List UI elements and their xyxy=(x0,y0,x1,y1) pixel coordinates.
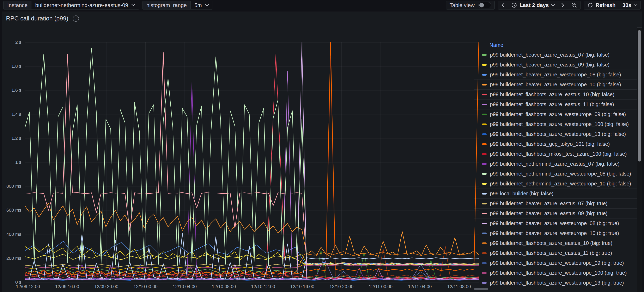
legend-label: p99 buildernet_beaver_azure_westeurope_1… xyxy=(490,230,619,236)
toggle-knob xyxy=(480,3,484,7)
zoom-out-button[interactable] xyxy=(568,1,580,9)
x-axis-tick-label: 12/11 00:00 xyxy=(363,284,398,289)
legend-swatch-icon xyxy=(482,94,486,95)
legend-header-name[interactable]: Name xyxy=(474,40,637,50)
time-shift-back-button[interactable] xyxy=(498,1,508,9)
legend-item[interactable]: p99 buildernet_nethermind_azure_westeuro… xyxy=(474,169,637,179)
refresh-interval-value: 30s xyxy=(622,2,632,8)
series-line xyxy=(24,42,479,275)
legend-swatch-icon xyxy=(482,282,486,284)
chevron-left-icon xyxy=(502,3,504,7)
legend-item[interactable]: p99 buildernet_flashbots_mkosi_test_azur… xyxy=(474,149,637,159)
legend-item[interactable]: p99 buildernet_flashbots_azure_westeurop… xyxy=(474,268,637,278)
legend-label: p99 buildernet_flashbots_azure_westeurop… xyxy=(490,131,626,137)
legend-label: p99 buildernet_nethermind_azure_westeuro… xyxy=(490,181,631,187)
legend-item[interactable]: p99 buildernet_beaver_azure_westeurope_1… xyxy=(474,228,637,238)
refresh-group: Refresh 30s xyxy=(584,1,641,9)
legend-label: p99 buildernet_nethermind_azure_eastus_0… xyxy=(490,161,620,167)
legend-item[interactable]: p99 buildernet_beaver_azure_westeurope_0… xyxy=(474,218,637,228)
legend-swatch-icon xyxy=(482,74,486,76)
legend-item[interactable]: p99 buildernet_beaver_azure_eastus_09 (b… xyxy=(474,208,637,218)
legend-item[interactable]: p99 buildernet_beaver_azure_westeurope_0… xyxy=(474,70,637,80)
legend-swatch-icon xyxy=(482,143,486,145)
legend-label: p99 buildernet_flashbots_azure_eastus_11… xyxy=(490,101,614,107)
legend-item[interactable]: p99 buildernet_flashbots_azure_westeurop… xyxy=(474,119,637,129)
info-icon[interactable]: i xyxy=(73,15,79,22)
panel-header[interactable]: RPC call duration (p99) i xyxy=(6,15,79,22)
legend-label: p99 buildernet_beaver_azure_westeurope_0… xyxy=(490,220,619,226)
legend-horizontal-scrollbar-thumb[interactable] xyxy=(474,288,488,290)
chevron-down-icon xyxy=(205,4,209,6)
y-axis-tick-label: 200 ms xyxy=(2,256,21,261)
legend-swatch-icon xyxy=(482,104,486,105)
legend-label: p99 buildernet_flashbots_azure_westeurop… xyxy=(490,111,626,117)
legend-swatch-icon xyxy=(482,272,486,274)
legend-label: p99 buildernet_flashbots_azure_eastus_10… xyxy=(490,240,612,246)
legend-swatch-icon xyxy=(482,54,486,56)
legend-item[interactable]: p99 buildernet_beaver_azure_westeurope_1… xyxy=(474,80,637,89)
legend-label: p99 buildernet_beaver_azure_westeurope_1… xyxy=(490,82,621,88)
y-axis-tick-label: 1 s xyxy=(2,160,21,165)
instance-select[interactable]: buildernet-nethermind-azure-eastus-09 xyxy=(32,1,139,9)
x-axis-tick-label: 12/10 00:00 xyxy=(128,284,163,289)
legend-item[interactable]: p99 buildernet_nethermind_azure_eastus_0… xyxy=(474,159,637,169)
chevron-right-icon xyxy=(562,3,564,7)
legend-item[interactable]: p99 buildernet_flashbots_azure_westeurop… xyxy=(474,129,637,139)
legend-item[interactable]: p99 buildernet_beaver_azure_eastus_09 (b… xyxy=(474,60,637,70)
legend-swatch-icon xyxy=(482,173,486,175)
table-view-segment: Table view xyxy=(446,1,494,9)
legend-item[interactable]: p99 buildernet_flashbots_gcp_tokyo_101 (… xyxy=(474,139,637,149)
legend-label: p99 buildernet_beaver_azure_eastus_07 (b… xyxy=(490,200,608,206)
series-line xyxy=(24,203,479,257)
histogram-range-select[interactable]: 5m xyxy=(191,1,212,9)
legend-item[interactable]: p99 buildernet_beaver_azure_eastus_07 (b… xyxy=(474,50,637,60)
legend-item[interactable]: p99 buildernet_flashbots_azure_eastus_11… xyxy=(474,99,637,109)
time-range-value: Last 2 days xyxy=(520,2,549,8)
legend-item[interactable]: p99 buildernet_flashbots_azure_westeurop… xyxy=(474,258,637,268)
time-shift-forward-button[interactable] xyxy=(558,1,568,9)
legend-label: p99 buildernet_beaver_azure_westeurope_0… xyxy=(490,72,621,78)
series-line xyxy=(24,42,479,280)
legend-swatch-icon xyxy=(482,203,486,204)
legend-rows: p99 buildernet_beaver_azure_eastus_07 (b… xyxy=(474,50,637,288)
legend-label: p99 buildernet_flashbots_azure_westeurop… xyxy=(490,260,624,266)
zoom-out-icon xyxy=(571,2,577,8)
panel-title: RPC call duration (p99) xyxy=(6,15,68,22)
legend-item[interactable]: p99 local-builder (big: false) xyxy=(474,188,637,198)
x-axis-tick-label: 12/10 20:00 xyxy=(324,284,359,289)
refresh-button[interactable]: Refresh xyxy=(584,1,619,9)
histogram-range-value: 5m xyxy=(194,2,202,8)
legend-item[interactable]: p99 buildernet_flashbots_azure_eastus_11… xyxy=(474,248,637,258)
legend-label: p99 local-builder (big: false) xyxy=(490,191,554,197)
table-view-label: Table view xyxy=(450,2,474,8)
legend-item[interactable]: p99 buildernet_beaver_azure_eastus_07 (b… xyxy=(474,198,637,208)
refresh-interval-select[interactable]: 30s xyxy=(619,1,640,9)
legend-swatch-icon xyxy=(482,242,486,244)
series-line xyxy=(24,81,479,280)
legend-swatch-icon xyxy=(482,153,486,155)
y-axis-tick-label: 1.2 s xyxy=(2,136,21,141)
chevron-down-icon xyxy=(551,4,555,6)
legend-item[interactable]: p99 buildernet_nethermind_azure_westeuro… xyxy=(474,179,637,188)
legend-swatch-icon xyxy=(482,233,486,234)
x-axis-tick-label: 12/10 04:00 xyxy=(167,284,202,289)
legend-label: p99 buildernet_nethermind_azure_westeuro… xyxy=(490,171,631,177)
scrollbar-thumb[interactable] xyxy=(638,30,641,161)
legend-swatch-icon xyxy=(482,223,486,224)
dashboard-toolbar: Instance buildernet-nethermind-azure-eas… xyxy=(0,0,644,10)
legend-item[interactable]: p99 buildernet_flashbots_azure_eastus_10… xyxy=(474,89,637,99)
legend-item[interactable]: p99 buildernet_flashbots_azure_westeurop… xyxy=(474,109,637,119)
time-series-chart[interactable] xyxy=(24,40,479,285)
legend-vertical-scrollbar[interactable] xyxy=(637,27,642,292)
time-range-picker[interactable]: Last 2 days xyxy=(508,1,558,9)
legend-item[interactable]: p99 buildernet_flashbots_azure_eastus_10… xyxy=(474,238,637,248)
series-line xyxy=(24,48,479,267)
histogram-range-label: histogram_range xyxy=(143,1,191,9)
table-view-toggle[interactable] xyxy=(478,2,491,8)
legend-label: p99 buildernet_flashbots_azure_westeurop… xyxy=(490,270,627,276)
legend-swatch-icon xyxy=(482,124,486,125)
legend-item[interactable]: p99 buildernet_flashbots_azure_westeurop… xyxy=(474,278,637,288)
instance-label: Instance xyxy=(4,1,32,9)
legend-swatch-icon xyxy=(482,163,486,165)
y-axis-tick-label: 600 ms xyxy=(2,208,21,213)
